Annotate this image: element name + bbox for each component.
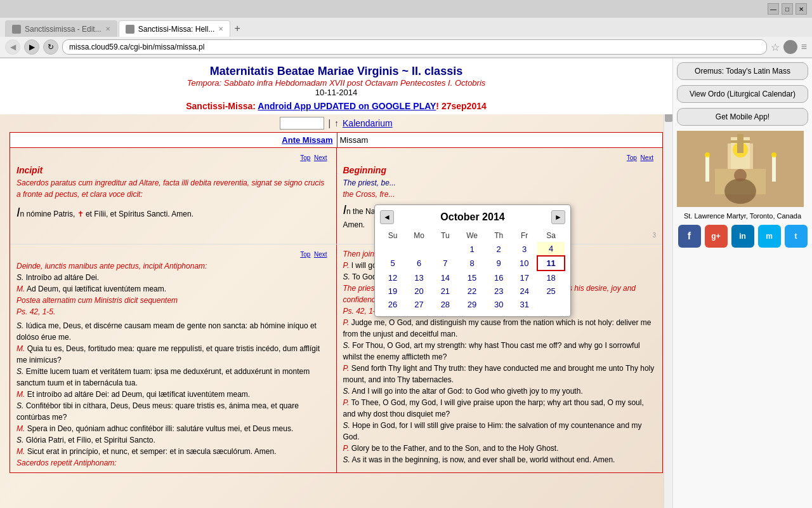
- mobile-app-btn[interactable]: Get Mobile App!: [677, 108, 808, 126]
- right-intro: The priest, be...: [343, 177, 657, 189]
- tab-close-1[interactable]: ✕: [105, 25, 110, 32]
- cal-day-2[interactable]: 2: [486, 242, 511, 256]
- tab-favicon-1: [12, 25, 21, 34]
- psalm-left-col: Top Next Deinde, iunctis manibus ante pe…: [10, 244, 336, 472]
- cal-day-19[interactable]: 19: [380, 284, 405, 298]
- cal-day-6[interactable]: 6: [405, 256, 433, 271]
- calendar-next-btn[interactable]: ►: [551, 210, 565, 224]
- s4-label: S.: [16, 401, 23, 410]
- page-notice: Sanctissi-Missa: Android App UPDATED on …: [13, 101, 660, 111]
- cal-day-7[interactable]: 7: [433, 256, 458, 271]
- notice-link[interactable]: Android App UPDATED on GOOGLE PLAY: [258, 101, 436, 111]
- close-btn[interactable]: ✕: [796, 3, 807, 15]
- bookmark-icon[interactable]: ☆: [771, 41, 780, 53]
- nav-controls: | ↑ Kalendarium: [0, 114, 672, 132]
- kalendarium-link[interactable]: Kalendarium: [343, 118, 393, 128]
- calendar-prev-btn[interactable]: ◄: [380, 210, 394, 224]
- cal-day-11[interactable]: 11: [537, 256, 565, 271]
- s5-latin: S. Glória Patri, et Fílio, et Spirítui S…: [16, 434, 330, 446]
- tab-sanctissimissa[interactable]: Sanctissimissa - Edit... ✕: [5, 20, 117, 37]
- cal-day-4[interactable]: 4: [537, 242, 565, 256]
- next-link-left2[interactable]: Next: [314, 251, 327, 258]
- view-ordo-btn[interactable]: View Ordo (Liturgical Calendar): [677, 85, 808, 103]
- cal-day-29[interactable]: 29: [458, 298, 487, 311]
- ps-ref-latin: Ps. 42, 1-5.: [16, 306, 330, 318]
- cal-day-20[interactable]: 20: [405, 284, 433, 298]
- s2-latin: S. Iúdica me, Deus, et discérne causam m…: [16, 320, 330, 343]
- beginning-heading: Beginning: [343, 164, 657, 177]
- nav-date-input[interactable]: [280, 117, 324, 130]
- svg-rect-8: [772, 156, 776, 182]
- cal-day-1[interactable]: 1: [458, 242, 487, 256]
- cal-day-3[interactable]: 3: [511, 242, 537, 256]
- twitter-icon[interactable]: t: [785, 225, 808, 248]
- col-header-left[interactable]: Ante Missam: [10, 133, 337, 147]
- cal-day-31[interactable]: 31: [511, 298, 537, 311]
- cal-day-9[interactable]: 9: [486, 256, 511, 271]
- url-input[interactable]: [62, 39, 767, 55]
- next-link-right[interactable]: Next: [640, 154, 653, 161]
- cal-day-16[interactable]: 16: [486, 271, 511, 284]
- cal-day-12[interactable]: 12: [380, 271, 405, 284]
- p4-english: P. To Thee, O God, my God, I will give p…: [343, 397, 657, 420]
- cal-day-17[interactable]: 17: [511, 271, 537, 284]
- cal-day-28[interactable]: 28: [433, 298, 458, 311]
- cal-day-13[interactable]: 13: [405, 271, 433, 284]
- chrome-menu-icon[interactable]: ≡: [801, 41, 807, 53]
- oremus-btn[interactable]: Oremus: Today's Latin Mass: [677, 62, 808, 80]
- cal-day-25[interactable]: 25: [537, 284, 565, 298]
- rubric-postea: Postea alternatim cum Ministris dicit se…: [16, 295, 330, 306]
- cal-day-27[interactable]: 27: [405, 298, 433, 311]
- top-next-bar-left2: Top Next: [16, 248, 330, 260]
- top-link-left[interactable]: Top: [300, 154, 310, 161]
- minimize-btn[interactable]: —: [768, 3, 779, 15]
- next-link-left[interactable]: Next: [314, 154, 327, 161]
- calendar-header: ◄ October 2014 ►: [380, 210, 565, 224]
- content-header-row: Ante Missam Missam: [10, 133, 662, 148]
- tab-sanctissi-missa[interactable]: Sanctissi-Missa: Hell... ✕: [119, 20, 231, 37]
- browser-menu-icon: [783, 40, 797, 54]
- p5-label: P.: [343, 444, 350, 453]
- cal-day-18[interactable]: 18: [537, 271, 565, 284]
- calendar-title: October 2014: [440, 211, 504, 223]
- refresh-btn[interactable]: ↻: [43, 39, 58, 55]
- myspace-icon[interactable]: m: [758, 225, 781, 248]
- cal-day-15[interactable]: 15: [458, 271, 487, 284]
- calendar-grid: Su Mo Tu We Th Fr Sa 1 2: [380, 229, 565, 311]
- forward-btn[interactable]: ▶: [24, 39, 39, 55]
- cal-day-30[interactable]: 30: [486, 298, 511, 311]
- s4-english: S. Hope in God, for I will still give pr…: [343, 420, 657, 443]
- cal-week-5: 26 27 28 29 30 31: [380, 298, 565, 311]
- maximize-btn[interactable]: □: [782, 3, 793, 15]
- back-btn[interactable]: ◀: [5, 39, 20, 55]
- cal-day-21[interactable]: 21: [433, 284, 458, 298]
- cal-day-22[interactable]: 22: [458, 284, 487, 298]
- tab-close-2[interactable]: ✕: [218, 25, 223, 32]
- new-tab-btn[interactable]: +: [232, 20, 242, 37]
- right-sidebar: Oremus: Today's Latin Mass View Ordo (Li…: [672, 58, 812, 508]
- prayer-initial: In nómine Patris, ✝ et Fílii, et Spíritu…: [16, 203, 330, 222]
- svg-rect-5: [737, 134, 743, 153]
- cal-day-8[interactable]: 8: [458, 256, 487, 271]
- google-plus-icon[interactable]: g+: [705, 225, 728, 248]
- cal-day-24[interactable]: 24: [511, 284, 537, 298]
- nav-up-arrow[interactable]: ↑: [334, 118, 339, 128]
- top-next-bar-left: Top Next: [16, 152, 330, 164]
- cal-day-23[interactable]: 23: [486, 284, 511, 298]
- facebook-icon[interactable]: f: [678, 225, 701, 248]
- linkedin-icon[interactable]: in: [731, 225, 754, 248]
- cal-day-5[interactable]: 5: [380, 256, 405, 271]
- m5-label: M.: [16, 447, 25, 456]
- sidebar-caption: St. Lawrence Martyr, Toronto, Canada: [677, 212, 808, 220]
- cal-header-tu: Tu: [433, 229, 458, 242]
- m4-latin: M. Spera in Deo, quóniam adhuc confitébo…: [16, 423, 330, 434]
- cal-day-10[interactable]: 10: [511, 256, 537, 271]
- top-link-right[interactable]: Top: [627, 154, 637, 161]
- notice-text: Sanctissi-Missa:: [186, 101, 258, 111]
- cal-day-26[interactable]: 26: [380, 298, 405, 311]
- top-link-left2[interactable]: Top: [300, 251, 310, 258]
- cal-day-14[interactable]: 14: [433, 271, 458, 284]
- cal-header-fr: Fr: [511, 229, 537, 242]
- tab-bar: Sanctissimissa - Edit... ✕ Sanctissi-Mis…: [0, 18, 812, 37]
- nav-prev-arrow[interactable]: |: [328, 118, 331, 128]
